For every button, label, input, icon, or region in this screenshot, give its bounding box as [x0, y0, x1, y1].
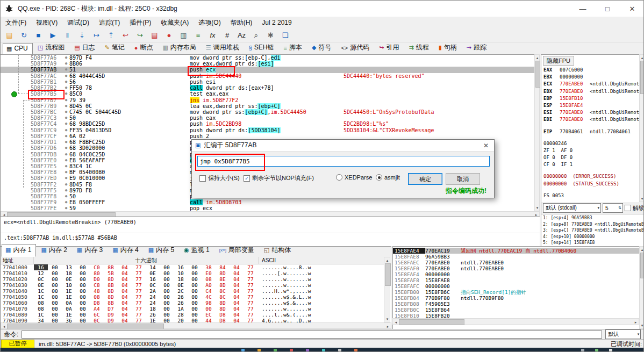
argument-count-stepper[interactable]: 5⇅: [603, 203, 623, 213]
memory-byte[interactable]: 77: [132, 270, 146, 276]
stack-scrollbar-horizontal[interactable]: ◂ ▸: [392, 318, 639, 325]
memory-byte[interactable]: 0E: [62, 276, 76, 282]
memory-byte[interactable]: 77: [244, 276, 257, 282]
memory-byte[interactable]: 1E: [62, 288, 76, 294]
memory-byte[interactable]: 0E: [146, 270, 160, 276]
stack-row[interactable]: 15E8FB04770B9F80ntdll.770B9F80: [393, 295, 644, 301]
memory-byte[interactable]: 00: [188, 276, 202, 282]
memory-byte[interactable]: 00: [48, 282, 62, 288]
assemble-instruction-input[interactable]: [197, 156, 490, 167]
memory-byte[interactable]: 26: [174, 300, 188, 306]
memory-byte[interactable]: 00: [48, 276, 62, 282]
memory-byte[interactable]: 00: [188, 264, 202, 270]
back-icon[interactable]: ↩: [119, 29, 132, 41]
argument-row[interactable]: 2: [esp+8] 770EABE0 <ntdll.DbgUiRemoteBr…: [541, 221, 644, 228]
memory-byte[interactable]: 00: [202, 306, 216, 312]
log-icon[interactable]: ▤: [148, 29, 161, 41]
tab-call-stack[interactable]: ☰调用堆栈: [202, 41, 244, 54]
memory-byte[interactable]: 00: [160, 270, 174, 276]
keep-size-checkbox[interactable]: [199, 175, 206, 182]
argument-row[interactable]: 4: [esp+10] 00000000: [541, 234, 644, 240]
flags-row[interactable]: OF 0 DF 0: [543, 154, 640, 161]
stack-row[interactable]: 15E8FAE896A59BB3: [393, 254, 644, 260]
fx-icon[interactable]: fx: [206, 29, 219, 41]
tab-handles[interactable]: ▮句柄: [435, 41, 462, 54]
memory-byte[interactable]: 00: [76, 300, 90, 306]
tab-log[interactable]: ▤日志: [70, 41, 99, 54]
step-into-icon[interactable]: ⇣: [75, 29, 89, 41]
memory-byte[interactable]: D8: [216, 312, 230, 318]
memory-byte[interactable]: 08: [90, 294, 104, 300]
register-row[interactable]: ESI770EABE0<ntdll.DbgUiRemoteBreakin>: [543, 109, 640, 116]
register-row[interactable]: EIP770B4061ntdll.770B4061: [543, 128, 640, 135]
menu-build-date[interactable]: Jul 2 2019: [257, 18, 296, 27]
asmjit-radio[interactable]: [376, 174, 382, 181]
memory-byte[interactable]: 04: [230, 264, 244, 270]
disasm-scrollbar-horizontal[interactable]: ◂ ▸: [1, 211, 540, 217]
memory-row[interactable]: 770410401C001E00488D04772A002C00C48C0477…: [1, 288, 391, 294]
disasm-row[interactable]: 5D8F77C9●FF35 04813D5Dpush dword ptr ds:…: [1, 127, 540, 133]
memory-byte[interactable]: 1E: [62, 312, 76, 318]
stack-scrollbar-vertical[interactable]: ▴ ▾: [639, 246, 644, 329]
memory-byte[interactable]: 84: [216, 264, 230, 270]
dialog-close-button[interactable]: ✕: [478, 140, 494, 152]
memory-byte[interactable]: 1C: [34, 288, 48, 294]
register-row[interactable]: EAX007C6000: [543, 67, 640, 74]
memory-byte[interactable]: 10: [62, 282, 76, 288]
eflags-value[interactable]: 00000246: [543, 140, 640, 147]
tab-script[interactable]: ≡脚本: [280, 41, 307, 54]
memory-byte[interactable]: 00: [188, 294, 202, 300]
memory-byte[interactable]: 00: [188, 270, 202, 276]
memory-byte[interactable]: 00: [160, 300, 174, 306]
tab-references[interactable]: ↪引用: [375, 41, 404, 54]
find-icon[interactable]: ⌕: [249, 29, 263, 41]
memory-byte[interactable]: 2C: [174, 288, 188, 294]
tab-locals[interactable]: [x=]局部变量: [216, 244, 259, 257]
memory-byte[interactable]: 77: [244, 288, 257, 294]
memory-byte[interactable]: 77: [244, 282, 257, 288]
memory-row[interactable]: 7704106008000A00D88B047724002600988D0477…: [1, 300, 391, 306]
memory-byte[interactable]: 8B: [104, 264, 118, 270]
registers-scrollbar-vertical[interactable]: ▴ ▾: [639, 54, 644, 202]
memory-byte[interactable]: C8: [90, 282, 104, 288]
memory-byte[interactable]: 18: [146, 306, 160, 312]
memory-byte[interactable]: 00: [76, 288, 90, 294]
tab-memory-map[interactable]: ▥内存布局: [159, 41, 201, 54]
memory-byte[interactable]: 10: [174, 270, 188, 276]
memory-byte[interactable]: 1C: [34, 312, 48, 318]
xedparse-radio[interactable]: [336, 174, 342, 181]
memory-byte[interactable]: 8D: [104, 276, 118, 282]
memory-byte[interactable]: 00: [188, 282, 202, 288]
stack-row[interactable]: 15E8FAF815E8FAE8: [393, 277, 644, 283]
memory-byte[interactable]: E0: [202, 270, 216, 276]
step-out-icon[interactable]: ⇡: [104, 29, 118, 41]
menu-trace[interactable]: 追踪(T): [94, 17, 125, 28]
nop-fill-checkbox[interactable]: ✓: [244, 175, 250, 182]
memory-byte[interactable]: 98: [202, 300, 216, 306]
memory-byte[interactable]: 8B: [104, 282, 118, 288]
menu-debug[interactable]: 调试(D): [62, 17, 94, 28]
settings-icon[interactable]: ✱: [264, 29, 277, 41]
memory-byte[interactable]: 80: [90, 270, 104, 276]
open-file-icon[interactable]: ▤: [3, 29, 16, 41]
disasm-row[interactable]: 5D8F77C4●68 98BDC25Dpush im.5DC2BD985DC2…: [1, 121, 540, 127]
memory-byte[interactable]: 00: [48, 300, 62, 306]
disasm-row[interactable]: 5D8F77B9●8D45 0Clea eax,dword ptr ss:[eb…: [1, 103, 540, 109]
chat-icon[interactable]: ❏: [278, 29, 292, 41]
tray-icon[interactable]: [581, 349, 584, 351]
memory-byte[interactable]: 00: [76, 294, 90, 300]
tab-threads[interactable]: ⇉线程: [405, 41, 434, 54]
tab-graph[interactable]: ◳流程图: [34, 41, 69, 54]
menu-help[interactable]: 帮助(H): [226, 17, 257, 28]
memory-scrollbar-vertical[interactable]: ▴ ▾: [384, 257, 390, 322]
memory-byte[interactable]: 00: [160, 294, 174, 300]
memory-byte[interactable]: 04: [118, 300, 132, 306]
memory-byte[interactable]: 04: [118, 282, 132, 288]
memory-byte[interactable]: 77: [132, 300, 146, 306]
memory-byte[interactable]: 48: [90, 288, 104, 294]
run-icon[interactable]: ▶: [46, 29, 60, 41]
memory-byte[interactable]: 00: [160, 312, 174, 318]
tab-source[interactable]: <>源代码: [337, 41, 374, 54]
argument-row[interactable]: 5: [esp+14] 15E8FAE8: [541, 240, 644, 246]
memory-byte[interactable]: 24: [146, 300, 160, 306]
